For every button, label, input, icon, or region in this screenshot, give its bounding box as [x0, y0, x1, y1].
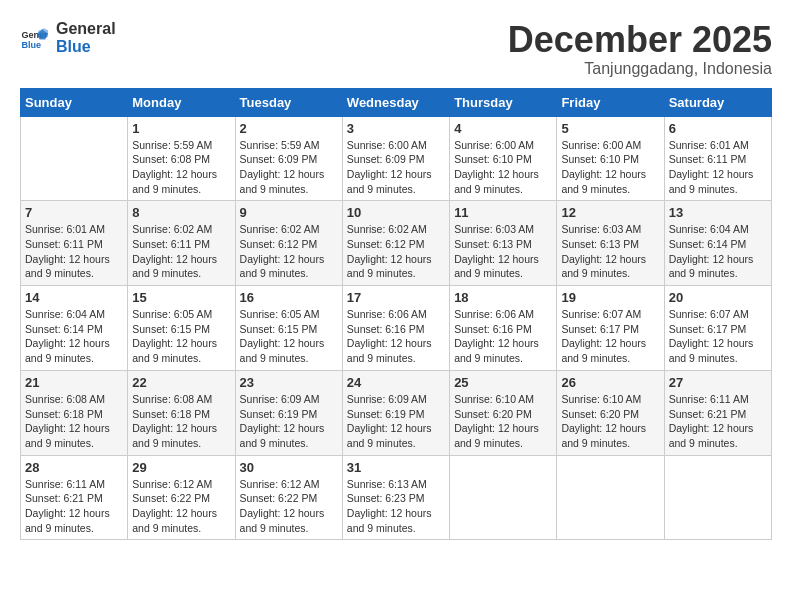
day-number: 20: [669, 290, 767, 305]
calendar-cell: 2 Sunrise: 5:59 AMSunset: 6:09 PMDayligh…: [235, 116, 342, 201]
calendar-cell: 18 Sunrise: 6:06 AMSunset: 6:16 PMDaylig…: [450, 286, 557, 371]
day-info: Sunrise: 6:04 AMSunset: 6:14 PMDaylight:…: [669, 222, 767, 281]
calendar-cell: 17 Sunrise: 6:06 AMSunset: 6:16 PMDaylig…: [342, 286, 449, 371]
calendar-cell: [664, 455, 771, 540]
day-number: 25: [454, 375, 552, 390]
calendar-cell: 22 Sunrise: 6:08 AMSunset: 6:18 PMDaylig…: [128, 370, 235, 455]
day-info: Sunrise: 6:10 AMSunset: 6:20 PMDaylight:…: [454, 392, 552, 451]
calendar-cell: 15 Sunrise: 6:05 AMSunset: 6:15 PMDaylig…: [128, 286, 235, 371]
calendar-cell: 29 Sunrise: 6:12 AMSunset: 6:22 PMDaylig…: [128, 455, 235, 540]
calendar-cell: 21 Sunrise: 6:08 AMSunset: 6:18 PMDaylig…: [21, 370, 128, 455]
weekday-header-wednesday: Wednesday: [342, 88, 449, 116]
day-info: Sunrise: 6:06 AMSunset: 6:16 PMDaylight:…: [347, 307, 445, 366]
calendar-cell: 24 Sunrise: 6:09 AMSunset: 6:19 PMDaylig…: [342, 370, 449, 455]
day-info: Sunrise: 6:03 AMSunset: 6:13 PMDaylight:…: [561, 222, 659, 281]
weekday-header-tuesday: Tuesday: [235, 88, 342, 116]
calendar-cell: 19 Sunrise: 6:07 AMSunset: 6:17 PMDaylig…: [557, 286, 664, 371]
day-info: Sunrise: 6:00 AMSunset: 6:10 PMDaylight:…: [561, 138, 659, 197]
day-number: 22: [132, 375, 230, 390]
svg-text:Blue: Blue: [21, 39, 41, 49]
day-number: 24: [347, 375, 445, 390]
day-number: 17: [347, 290, 445, 305]
day-number: 16: [240, 290, 338, 305]
day-info: Sunrise: 5:59 AMSunset: 6:08 PMDaylight:…: [132, 138, 230, 197]
calendar-table: SundayMondayTuesdayWednesdayThursdayFrid…: [20, 88, 772, 541]
logo-icon: General Blue: [20, 24, 48, 52]
calendar-cell: [450, 455, 557, 540]
weekday-header-monday: Monday: [128, 88, 235, 116]
day-number: 4: [454, 121, 552, 136]
logo-blue: Blue: [56, 38, 116, 56]
logo: General Blue General Blue: [20, 20, 116, 55]
day-number: 21: [25, 375, 123, 390]
calendar-cell: 31 Sunrise: 6:13 AMSunset: 6:23 PMDaylig…: [342, 455, 449, 540]
day-number: 19: [561, 290, 659, 305]
day-number: 13: [669, 205, 767, 220]
day-number: 28: [25, 460, 123, 475]
calendar-cell: [21, 116, 128, 201]
calendar-cell: 30 Sunrise: 6:12 AMSunset: 6:22 PMDaylig…: [235, 455, 342, 540]
day-info: Sunrise: 6:02 AMSunset: 6:12 PMDaylight:…: [240, 222, 338, 281]
day-number: 18: [454, 290, 552, 305]
weekday-header-sunday: Sunday: [21, 88, 128, 116]
day-number: 27: [669, 375, 767, 390]
day-info: Sunrise: 6:10 AMSunset: 6:20 PMDaylight:…: [561, 392, 659, 451]
day-info: Sunrise: 6:08 AMSunset: 6:18 PMDaylight:…: [25, 392, 123, 451]
day-number: 5: [561, 121, 659, 136]
day-number: 30: [240, 460, 338, 475]
logo-general: General: [56, 20, 116, 38]
day-number: 10: [347, 205, 445, 220]
calendar-cell: [557, 455, 664, 540]
day-number: 3: [347, 121, 445, 136]
day-info: Sunrise: 6:06 AMSunset: 6:16 PMDaylight:…: [454, 307, 552, 366]
day-info: Sunrise: 6:12 AMSunset: 6:22 PMDaylight:…: [132, 477, 230, 536]
day-info: Sunrise: 6:01 AMSunset: 6:11 PMDaylight:…: [25, 222, 123, 281]
day-number: 2: [240, 121, 338, 136]
calendar-cell: 5 Sunrise: 6:00 AMSunset: 6:10 PMDayligh…: [557, 116, 664, 201]
weekday-header-saturday: Saturday: [664, 88, 771, 116]
calendar-cell: 16 Sunrise: 6:05 AMSunset: 6:15 PMDaylig…: [235, 286, 342, 371]
day-number: 29: [132, 460, 230, 475]
day-info: Sunrise: 6:00 AMSunset: 6:10 PMDaylight:…: [454, 138, 552, 197]
day-info: Sunrise: 6:11 AMSunset: 6:21 PMDaylight:…: [669, 392, 767, 451]
day-number: 6: [669, 121, 767, 136]
day-info: Sunrise: 6:01 AMSunset: 6:11 PMDaylight:…: [669, 138, 767, 197]
calendar-cell: 4 Sunrise: 6:00 AMSunset: 6:10 PMDayligh…: [450, 116, 557, 201]
day-info: Sunrise: 5:59 AMSunset: 6:09 PMDaylight:…: [240, 138, 338, 197]
calendar-cell: 6 Sunrise: 6:01 AMSunset: 6:11 PMDayligh…: [664, 116, 771, 201]
day-info: Sunrise: 6:02 AMSunset: 6:11 PMDaylight:…: [132, 222, 230, 281]
day-info: Sunrise: 6:07 AMSunset: 6:17 PMDaylight:…: [561, 307, 659, 366]
day-number: 14: [25, 290, 123, 305]
day-number: 9: [240, 205, 338, 220]
day-info: Sunrise: 6:09 AMSunset: 6:19 PMDaylight:…: [240, 392, 338, 451]
day-info: Sunrise: 6:04 AMSunset: 6:14 PMDaylight:…: [25, 307, 123, 366]
day-info: Sunrise: 6:02 AMSunset: 6:12 PMDaylight:…: [347, 222, 445, 281]
calendar-cell: 9 Sunrise: 6:02 AMSunset: 6:12 PMDayligh…: [235, 201, 342, 286]
calendar-cell: 27 Sunrise: 6:11 AMSunset: 6:21 PMDaylig…: [664, 370, 771, 455]
month-year: December 2025: [508, 20, 772, 60]
calendar-cell: 3 Sunrise: 6:00 AMSunset: 6:09 PMDayligh…: [342, 116, 449, 201]
day-info: Sunrise: 6:13 AMSunset: 6:23 PMDaylight:…: [347, 477, 445, 536]
day-info: Sunrise: 6:08 AMSunset: 6:18 PMDaylight:…: [132, 392, 230, 451]
weekday-header-thursday: Thursday: [450, 88, 557, 116]
day-info: Sunrise: 6:07 AMSunset: 6:17 PMDaylight:…: [669, 307, 767, 366]
calendar-cell: 26 Sunrise: 6:10 AMSunset: 6:20 PMDaylig…: [557, 370, 664, 455]
day-number: 7: [25, 205, 123, 220]
calendar-cell: 13 Sunrise: 6:04 AMSunset: 6:14 PMDaylig…: [664, 201, 771, 286]
day-info: Sunrise: 6:12 AMSunset: 6:22 PMDaylight:…: [240, 477, 338, 536]
day-info: Sunrise: 6:05 AMSunset: 6:15 PMDaylight:…: [240, 307, 338, 366]
calendar-cell: 10 Sunrise: 6:02 AMSunset: 6:12 PMDaylig…: [342, 201, 449, 286]
day-info: Sunrise: 6:05 AMSunset: 6:15 PMDaylight:…: [132, 307, 230, 366]
day-number: 26: [561, 375, 659, 390]
day-info: Sunrise: 6:09 AMSunset: 6:19 PMDaylight:…: [347, 392, 445, 451]
day-info: Sunrise: 6:03 AMSunset: 6:13 PMDaylight:…: [454, 222, 552, 281]
day-number: 1: [132, 121, 230, 136]
day-number: 31: [347, 460, 445, 475]
calendar-cell: 20 Sunrise: 6:07 AMSunset: 6:17 PMDaylig…: [664, 286, 771, 371]
location: Tanjunggadang, Indonesia: [508, 60, 772, 78]
calendar-cell: 25 Sunrise: 6:10 AMSunset: 6:20 PMDaylig…: [450, 370, 557, 455]
day-number: 11: [454, 205, 552, 220]
day-number: 8: [132, 205, 230, 220]
day-info: Sunrise: 6:00 AMSunset: 6:09 PMDaylight:…: [347, 138, 445, 197]
calendar-cell: 11 Sunrise: 6:03 AMSunset: 6:13 PMDaylig…: [450, 201, 557, 286]
